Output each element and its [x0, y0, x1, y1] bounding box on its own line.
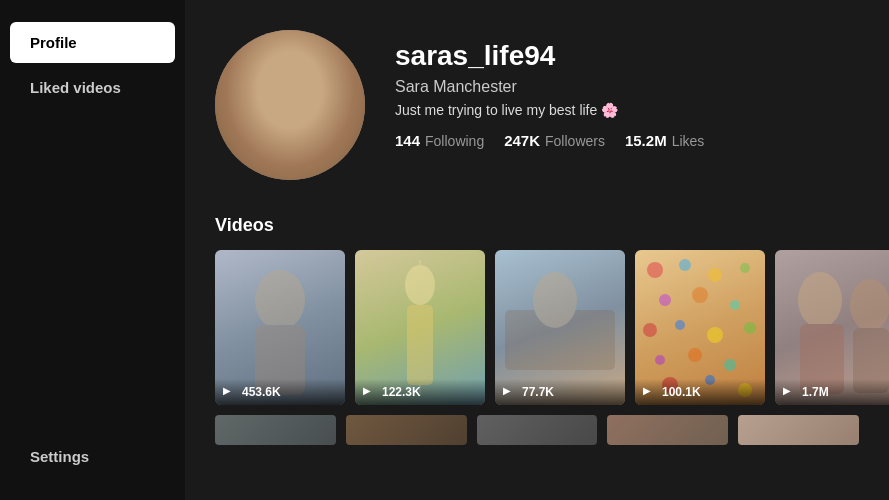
svg-point-15 — [675, 320, 685, 330]
view-count-5: 1.7M — [802, 385, 829, 399]
svg-point-3 — [405, 265, 435, 305]
view-count-4: 100.1K — [662, 385, 701, 399]
video-card-5[interactable]: ▶ 1.7M — [775, 250, 889, 405]
followers-count: 247K — [504, 132, 540, 149]
play-icon-4: ▶ — [643, 385, 657, 399]
svg-point-9 — [708, 268, 722, 282]
video-overlay-3: ▶ 77.7K — [495, 379, 625, 405]
second-row — [215, 415, 859, 445]
svg-point-24 — [798, 272, 842, 328]
likes-label: Likes — [672, 133, 705, 149]
svg-point-20 — [724, 359, 736, 371]
likes-count: 15.2M — [625, 132, 667, 149]
video-card-3[interactable]: ▶ 77.7K — [495, 250, 625, 405]
avatar-image — [215, 30, 365, 180]
svg-point-19 — [688, 348, 702, 362]
sidebar-item-liked-videos-label: Liked videos — [30, 79, 121, 96]
svg-point-17 — [744, 322, 756, 334]
avatar — [215, 30, 365, 180]
stat-following: 144 Following — [395, 132, 484, 149]
svg-point-26 — [850, 279, 889, 331]
svg-point-7 — [647, 262, 663, 278]
sidebar: Profile Liked videos Settings — [0, 0, 185, 500]
display-name: Sara Manchester — [395, 78, 704, 96]
sidebar-item-settings[interactable]: Settings — [10, 436, 175, 478]
username: saras_life94 — [395, 40, 704, 72]
following-count: 144 — [395, 132, 420, 149]
play-icon-2: ▶ — [363, 385, 377, 399]
svg-point-10 — [740, 263, 750, 273]
svg-point-12 — [692, 287, 708, 303]
svg-point-16 — [707, 327, 723, 343]
video-card-2[interactable]: ▶ 122.3K — [355, 250, 485, 405]
profile-header: saras_life94 Sara Manchester Just me try… — [215, 30, 859, 180]
video-overlay-1: ▶ 453.6K — [215, 379, 345, 405]
videos-grid: ▶ 453.6K ▶ 122.3K — [215, 250, 859, 405]
main-content: saras_life94 Sara Manchester Just me try… — [185, 0, 889, 500]
sidebar-item-liked-videos[interactable]: Liked videos — [10, 67, 175, 108]
svg-point-13 — [730, 300, 740, 310]
view-count-1: 453.6K — [242, 385, 281, 399]
svg-point-6 — [533, 272, 577, 328]
video-card-row2-4[interactable] — [607, 415, 728, 445]
stat-likes: 15.2M Likes — [625, 132, 704, 149]
following-label: Following — [425, 133, 484, 149]
video-card-row2-3[interactable] — [477, 415, 598, 445]
video-card-row2-1[interactable] — [215, 415, 336, 445]
bio: Just me trying to live my best life 🌸 — [395, 102, 704, 118]
followers-label: Followers — [545, 133, 605, 149]
sidebar-item-settings-label: Settings — [30, 448, 89, 465]
stat-followers: 247K Followers — [504, 132, 605, 149]
svg-point-11 — [659, 294, 671, 306]
videos-section: Videos ▶ 453.6K — [215, 215, 859, 445]
video-card-4[interactable]: ▶ 100.1K — [635, 250, 765, 405]
view-count-3: 77.7K — [522, 385, 554, 399]
stats: 144 Following 247K Followers 15.2M Likes — [395, 132, 704, 149]
svg-point-8 — [679, 259, 691, 271]
play-icon-5: ▶ — [783, 385, 797, 399]
video-overlay-5: ▶ 1.7M — [775, 379, 889, 405]
video-card-row2-5[interactable] — [738, 415, 859, 445]
video-card-row2-2[interactable] — [346, 415, 467, 445]
video-overlay-2: ▶ 122.3K — [355, 379, 485, 405]
profile-info: saras_life94 Sara Manchester Just me try… — [395, 30, 704, 149]
sidebar-item-profile-label: Profile — [30, 34, 77, 51]
svg-point-14 — [643, 323, 657, 337]
video-overlay-4: ▶ 100.1K — [635, 379, 765, 405]
videos-section-title: Videos — [215, 215, 859, 236]
svg-rect-4 — [407, 305, 433, 385]
video-card-1[interactable]: ▶ 453.6K — [215, 250, 345, 405]
svg-point-0 — [255, 270, 305, 330]
svg-point-18 — [655, 355, 665, 365]
sidebar-item-profile[interactable]: Profile — [10, 22, 175, 63]
play-icon-3: ▶ — [503, 385, 517, 399]
play-icon-1: ▶ — [223, 385, 237, 399]
view-count-2: 122.3K — [382, 385, 421, 399]
